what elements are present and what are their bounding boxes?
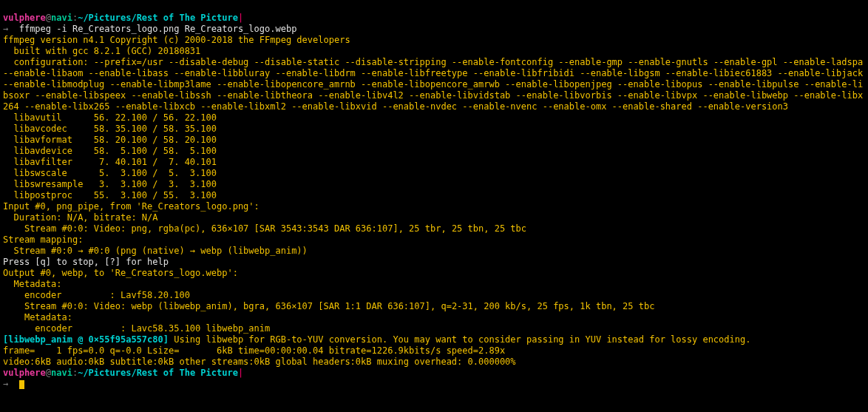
prompt-mark: | [238,13,243,23]
warning-message: Using libwebp for RGB-to-YUV conversion.… [174,334,750,345]
warning-tag: [libwebp_anim @ 0×55f95a557c80] [3,334,174,345]
prompt-line-2: vulphere@navi:~/Pictures/Rest of The Pic… [3,368,243,378]
warning-line: [libwebp_anim @ 0×55f95a557c80] Using li… [3,334,750,345]
prompt-user: vulphere [3,368,46,378]
lib-line: libavformat 58. 20.100 / 58. 20.100 [3,135,217,145]
terminal[interactable]: vulphere@navi:~/Pictures/Rest of The Pic… [0,0,868,391]
prompt-mark: | [238,368,243,378]
output-stream: Stream #0:0: Video: webp (libwebp_anim),… [3,301,654,311]
metadata-line: Metadata: [3,279,61,289]
lib-line: libavcodec 58. 35.100 / 58. 35.100 [3,124,217,134]
prompt-path: ~/Pictures/Rest of The Picture [78,368,238,378]
lib-line: libswresample 3. 3.100 / 3. 3.100 [3,179,217,189]
prompt-at: @ [46,13,51,23]
lib-line: libavutil 56. 22.100 / 56. 22.100 [3,112,217,123]
cursor-block[interactable] [19,380,24,389]
summary-line: video:6kB audio:0kB subtitle:0kB other s… [3,357,516,367]
ffmpeg-banner: ffmpeg version n4.1 Copyright (c) 2000-2… [3,35,350,45]
lib-line: libavdevice 58. 5.100 / 58. 5.100 [3,146,217,156]
lib-line: libswscale 5. 3.100 / 5. 3.100 [3,168,217,178]
encoder-line: encoder : Lavc58.35.100 libwebp_anim [3,323,270,334]
prompt-arrow-1: → [3,24,19,34]
command-text: ffmpeg -i Re_Creators_logo.png Re_Creato… [19,24,297,34]
prompt-line-1: vulphere@navi:~/Pictures/Rest of The Pic… [3,13,243,23]
prompt-path: ~/Pictures/Rest of The Picture [78,13,238,23]
prompt-host: navi [51,13,72,23]
input-header: Input #0, png_pipe, from 'Re_Creators_lo… [3,201,260,212]
stream-mapping-header: Stream mapping: [3,234,83,245]
lib-line: libavfilter 7. 40.101 / 7. 40.101 [3,157,217,167]
metadata-line: Metadata: [3,312,72,322]
prompt-user: vulphere [3,13,46,23]
prompt-at: @ [46,368,51,378]
lib-line: libpostproc 55. 3.100 / 55. 3.100 [3,190,217,200]
encoder-line: encoder : Lavf58.20.100 [3,290,190,300]
prompt-host: navi [51,368,72,378]
press-line: Press [q] to stop, [?] for help [3,257,169,267]
output-header: Output #0, webp, to 'Re_Creators_logo.we… [3,268,238,278]
built-line: built with gcc 8.2.1 (GCC) 20180831 [3,46,200,56]
frame-line: frame= 1 fps=0.0 q=-0.0 Lsize= 6kB time=… [3,345,526,356]
duration-line: Duration: N/A, bitrate: N/A [3,212,158,223]
input-stream: Stream #0:0: Video: png, rgba(pc), 636×1… [3,223,526,234]
prompt-arrow-2: → [3,379,19,389]
stream-mapping-line: Stream #0:0 → #0:0 (png (native) → webp … [3,246,308,256]
config-line: configuration: --prefix=/usr --disable-d… [3,57,868,112]
